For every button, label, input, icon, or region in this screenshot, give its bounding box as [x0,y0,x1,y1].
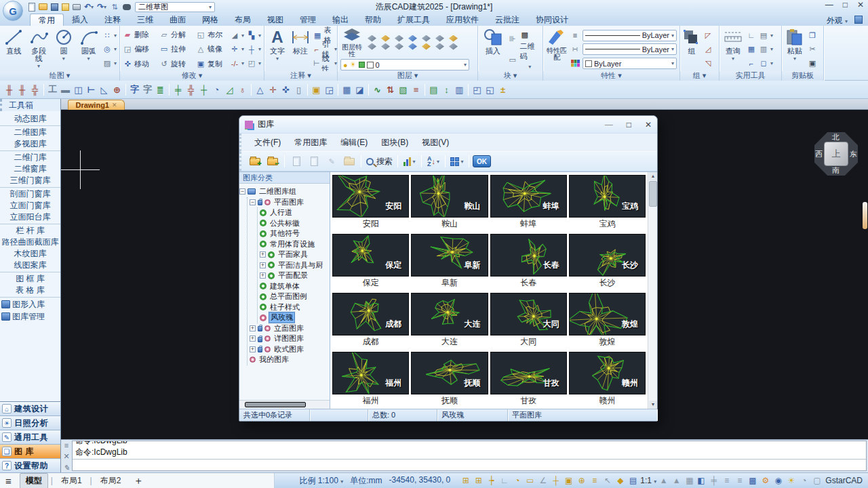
toolbar-icon[interactable]: ╫ [16,83,28,96]
measure-button[interactable]: 查询▾ [722,28,744,71]
tree-node-公共标徽[interactable]: 公共标徽 [260,218,330,229]
toolbox-item-多视图库[interactable]: 多视图库 [0,138,60,150]
status-icon[interactable]: ≡ [734,475,745,487]
library-item-大连[interactable]: 大连大连 [411,293,488,350]
layer-combo[interactable]: ●☀ 0 ▾ [340,59,469,70]
layer-state-icon[interactable] [368,35,376,42]
sort-button[interactable]: AZ↓ ▾ [425,153,441,169]
toolbox-item-路径曲面截面库[interactable]: 路径曲面截面库 [0,237,60,248]
toolbox-item-立面阳台库[interactable]: 立面阳台库 [0,211,60,223]
expand-icon[interactable]: + [250,336,256,342]
panel-label-group[interactable]: 组 ▾ [680,71,719,81]
search-button[interactable]: 搜索 [365,153,394,169]
add-layout-icon[interactable]: ＋ [133,474,143,487]
panel-label-layers[interactable]: 图层 ▾ [338,71,477,81]
toolbar-icon[interactable]: ◰ [471,83,484,96]
toolbar-icon[interactable]: ◔ [210,83,223,96]
tree-node-平面家具[interactable]: +平面家具 [260,249,330,260]
layer-properties-button[interactable]: 图层特性 [340,27,363,58]
tree-node-二维图库组[interactable]: −二维图库组 [239,186,330,197]
tree-node-常用体育设施[interactable]: 常用体育设施 [260,239,330,250]
toolbar-icon[interactable]: 字 [128,83,141,96]
tree-node-平面配景[interactable]: +平面配景 [260,270,330,281]
dialog-menu-编辑(E)[interactable]: 编辑(E) [334,135,374,150]
library-item-保定[interactable]: 保定保定 [332,234,409,291]
status-icon[interactable]: ▢ [811,475,823,487]
view-cube-south[interactable]: 南 [832,165,840,176]
wind-rose-thumbnail[interactable]: 赣州 [569,352,646,394]
toolbox-item-图框库[interactable]: 图 框 库 [0,273,60,285]
mode-button-建筑设计[interactable]: ⌂建筑设计 [0,402,60,415]
statistics-button[interactable]: ▾ [401,153,418,169]
toolbar-icon[interactable]: ▦ [340,83,353,96]
ribbon-tab-管理[interactable]: 管理 [292,14,324,26]
status-icon[interactable]: ▲ [658,475,669,487]
tree-node-平面洁具与厨[interactable]: +平面洁具与厨 [260,260,330,271]
expand-icon[interactable]: + [260,272,266,279]
status-icon[interactable]: ≡ [721,475,732,487]
tree-node-欧式图库[interactable]: +欧式图库 [250,344,330,355]
status-icon[interactable]: ∠ [537,475,549,487]
toolbar-icon[interactable]: ▬ [59,83,72,96]
library-item-成都[interactable]: 成都成都 [332,293,409,350]
circle-button[interactable]: 圆▾ [53,28,75,71]
donut-tools-button[interactable]: ◎▾ [102,44,117,55]
canvas-scrollbar-thumb[interactable] [863,202,867,229]
wind-rose-thumbnail[interactable]: 大连 [411,293,488,336]
layer-state-icon[interactable] [381,43,390,50]
expand-icon[interactable]: + [260,251,266,258]
fillet-tools-button[interactable]: ◢▾ [230,30,244,41]
view-cube-north[interactable]: 北 [832,132,840,142]
dialog-titlebar[interactable]: 图库 — □ ✕ [239,116,657,134]
view-cube[interactable]: 上 北 南 西 东 [814,132,858,176]
copy-stack-icon[interactable]: ▤▾ [759,30,773,41]
toolbar-icon[interactable]: ▥ [453,83,466,96]
status-icon[interactable]: ⚙ [760,475,771,487]
toolbar-icon[interactable]: ♁ [236,83,249,96]
wind-rose-thumbnail[interactable]: 甘孜 [490,352,567,394]
toolbar-icon[interactable]: ◺ [98,83,111,96]
menu-icon[interactable]: ≡ [5,475,12,487]
align-tools-button[interactable]: ✛▾ [230,44,244,55]
import-button[interactable] [306,153,322,169]
cut-icon[interactable]: ✂ [808,44,817,55]
hatch-tools-button[interactable]: ▨▾ [102,58,117,69]
block-edit-button[interactable]: ⊪ [508,34,517,45]
toolbox-tool-图形入库[interactable]: 图形入库 [0,298,60,310]
library-item-阜新[interactable]: 阜新阜新 [411,234,488,291]
layout-tab-模型[interactable]: 模型 [20,473,48,488]
dialog-menu-视图(V)[interactable]: 视图(V) [416,135,455,150]
tree-node-详图图库[interactable]: +详图图库 [250,333,330,344]
document-tab[interactable]: Drawing1 ✕ [68,100,125,110]
panel-label-draw[interactable]: 绘图 ▾ [0,71,119,81]
library-item-长春[interactable]: 长春长春 [490,234,567,291]
close-button[interactable]: ✕ [857,0,864,9]
layer-state-icon[interactable] [395,43,403,50]
tree-node-平面图库[interactable]: −平面图库 [250,197,330,208]
layer-state-icon[interactable] [422,43,431,50]
dimension-button[interactable]: 标注 [290,28,311,71]
dialog-close-button[interactable]: ✕ [645,120,652,129]
status-icon[interactable]: ⊞ [460,475,471,487]
toolbar-icon[interactable]: ╬ [28,83,41,96]
toolbox-tool-图库管理[interactable]: 图库管理 [0,310,60,323]
toolbox-item-剖面门窗库[interactable]: 剖面门窗库 [0,188,60,200]
library-item-宝鸡[interactable]: 宝鸡宝鸡 [569,175,646,232]
status-icon[interactable]: ⊞ [473,475,484,487]
toolbar-icon[interactable]: ⇅ [384,83,397,96]
tree-node-立面图库[interactable]: +立面图库 [250,323,330,334]
toolbox-item-立面门窗库[interactable]: 立面门窗库 [0,200,60,211]
layer-state-icon[interactable] [422,35,431,42]
view-cube-top[interactable]: 上 [824,142,848,166]
grid-scrollbar-thumb[interactable] [649,181,657,207]
color-palette-icon[interactable] [570,58,580,69]
dialog-menu-常用图库[interactable]: 常用图库 [288,135,333,150]
status-icon[interactable]: ▣ [563,475,574,487]
status-icon[interactable]: ◔ [511,475,523,487]
close-tab-icon[interactable]: ✕ [112,102,117,108]
status-icon[interactable]: ☀ [785,475,797,487]
calculator-icon[interactable]: ▦ [747,44,756,55]
toolbar-icon[interactable]: ✜ [279,83,292,96]
panel-label-modify[interactable]: 修改 ▾ [120,71,264,81]
panel-label-clipboard[interactable]: 剪贴板 [782,71,823,81]
